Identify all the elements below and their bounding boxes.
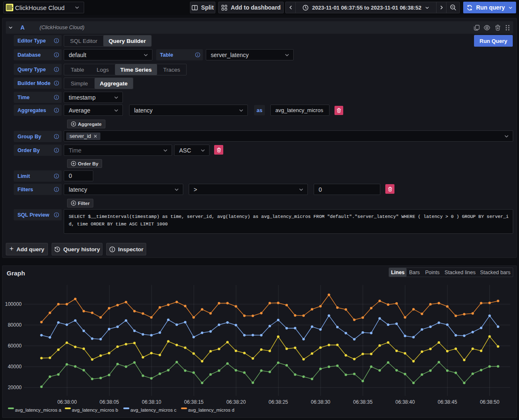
svg-text:06:38:45: 06:38:45 [438,399,457,405]
svg-text:06:38:05: 06:38:05 [100,399,119,405]
svg-text:80000: 80000 [8,322,22,328]
svg-text:60000: 60000 [8,343,22,349]
svg-text:avg_latency_micros c: avg_latency_micros c [130,408,177,412]
svg-text:avg_latency_micros d: avg_latency_micros d [188,408,235,412]
svg-text:06:38:25: 06:38:25 [269,399,288,405]
svg-text:06:38:10: 06:38:10 [142,399,162,405]
svg-text:40000: 40000 [8,364,22,370]
svg-text:avg_latency_micros a: avg_latency_micros a [15,408,62,412]
svg-text:avg_latency_micros b: avg_latency_micros b [72,408,118,412]
svg-text:100000: 100000 [5,301,22,307]
svg-text:06:38:20: 06:38:20 [226,399,246,405]
svg-text:06:38:00: 06:38:00 [57,399,77,405]
svg-text:06:38:30: 06:38:30 [311,399,330,405]
svg-text:06:38:15: 06:38:15 [184,399,204,405]
svg-text:20000: 20000 [8,385,22,390]
svg-text:06:38:35: 06:38:35 [353,399,373,405]
svg-text:06:38:50: 06:38:50 [480,399,499,405]
svg-text:06:38:40: 06:38:40 [395,399,415,405]
